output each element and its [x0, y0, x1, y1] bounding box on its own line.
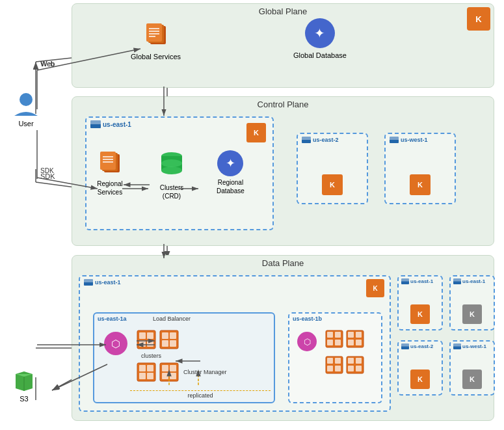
- dp-lb-region-label: us-east-1a: [98, 316, 127, 322]
- architecture-diagram: Global Plane Global Services ✦ Global Da…: [0, 0, 504, 430]
- clusters-label: Clusters(CRD): [160, 183, 184, 200]
- svg-point-36: [161, 167, 182, 174]
- cluster-boxes-1b-row1: [325, 330, 364, 348]
- svg-rect-85: [401, 278, 409, 282]
- svg-rect-63: [170, 373, 176, 379]
- regional-database-icon: ✦: [217, 150, 243, 176]
- cluster-manager-group: Cluster Manager: [137, 362, 227, 382]
- k8s-icon-dp-right-tl: K: [410, 304, 430, 324]
- sdk-label: SDK: [40, 172, 55, 180]
- cluster-mgr-icon-1: [137, 362, 156, 382]
- svg-rect-61: [170, 365, 176, 371]
- global-services-group: Global Services: [131, 22, 181, 61]
- svg-rect-55: [139, 365, 146, 371]
- dp-right-br-flag: [453, 343, 461, 349]
- svg-rect-58: [147, 373, 153, 379]
- cluster-1b-icon-2: [346, 330, 364, 348]
- regional-services-label: RegionalServices: [97, 180, 122, 196]
- svg-rect-47: [139, 340, 146, 347]
- dp-region-flag-east1: [84, 279, 93, 286]
- svg-rect-56: [147, 365, 153, 371]
- svg-point-92: [20, 93, 33, 106]
- regional-database-label: RegionalDatabase: [217, 178, 245, 195]
- cluster-box-icon-1: [137, 330, 156, 349]
- clusters-group: Clusters(CRD): [158, 150, 185, 200]
- dp-region-east1: us-east-1 K us-east-1a Load Balancer ⬡: [79, 275, 391, 412]
- s3-group: S3: [12, 368, 36, 403]
- svg-rect-83: [356, 366, 362, 371]
- k8s-icon-dp-east1: K: [366, 279, 384, 297]
- k8s-icon-dp-right-tr: K: [462, 304, 482, 324]
- svg-rect-67: [327, 340, 333, 345]
- clusters-sub-label: clusters: [141, 353, 161, 359]
- svg-rect-48: [147, 340, 153, 347]
- global-services-icon: [142, 22, 170, 49]
- dp-right-box-bl: us-east-2 K: [397, 340, 443, 396]
- svg-rect-65: [327, 332, 333, 338]
- cp-region-west1-label: us-west-1: [390, 137, 428, 143]
- dp-right-tl-label: us-east-1: [401, 278, 433, 284]
- dp-right-box-tl: us-east-1 K: [397, 275, 443, 330]
- svg-rect-52: [162, 340, 168, 347]
- data-plane: Data Plane us-east-1 K us-east-1a Load B…: [72, 255, 494, 421]
- dp-right-box-br: us-west-1 K: [449, 340, 495, 396]
- svg-rect-21: [146, 23, 162, 42]
- svg-rect-75: [327, 358, 333, 364]
- k8s-icon-global: K: [467, 7, 490, 31]
- svg-rect-50: [162, 332, 168, 339]
- svg-rect-62: [162, 373, 168, 379]
- svg-rect-60: [162, 365, 168, 371]
- cp-region-west1: us-west-1 K: [384, 133, 456, 204]
- k8s-icon-cp-west1: K: [410, 174, 431, 195]
- global-database-icon: ✦: [305, 18, 335, 48]
- region-flag-icon: [90, 120, 101, 128]
- svg-rect-77: [327, 366, 333, 371]
- global-database-group: ✦ Global Database: [293, 18, 347, 60]
- dp-right-box-tr: us-east-1 K: [449, 275, 495, 330]
- svg-rect-68: [335, 340, 341, 345]
- global-plane-label: Global Plane: [72, 4, 494, 19]
- svg-rect-80: [348, 358, 354, 364]
- svg-rect-71: [356, 332, 362, 338]
- svg-rect-51: [170, 332, 176, 339]
- dp-right-tl-flag: [401, 278, 409, 284]
- user-icon: [13, 91, 39, 117]
- svg-rect-89: [401, 343, 409, 347]
- s3-label: S3: [20, 395, 28, 403]
- dp-right-bl-flag: [401, 343, 409, 349]
- cluster-1b-icon-4: [346, 356, 364, 374]
- web-label: Web: [40, 60, 55, 68]
- load-balancer-text: Load Balancer: [153, 316, 191, 322]
- dp-1b-label: us-east-1b: [293, 316, 322, 322]
- cluster-boxes-1b-row2: [325, 356, 364, 374]
- control-plane-label: Control Plane: [72, 97, 494, 112]
- dp-region-east1-label: us-east-1: [84, 279, 121, 286]
- global-plane: Global Plane Global Services ✦ Global Da…: [72, 3, 494, 88]
- svg-rect-72: [348, 340, 354, 345]
- cluster-mgr-icon-2: [159, 362, 179, 382]
- data-plane-label: Data Plane: [72, 256, 494, 271]
- user-label: User: [18, 120, 33, 128]
- cluster-box-icon-2: [159, 330, 179, 349]
- cluster-1b-icon-1: [325, 330, 343, 348]
- regional-services-group: RegionalServices: [96, 150, 124, 196]
- svg-rect-43: [84, 279, 93, 282]
- control-plane: Control Plane us-east-1 K: [72, 96, 494, 246]
- svg-rect-45: [139, 332, 146, 339]
- cp-region-east1: us-east-1 K RegionalServices: [85, 116, 274, 230]
- cp-region-east1-label: us-east-1: [90, 120, 131, 128]
- dp-right-bl-label: us-east-2: [401, 343, 433, 349]
- svg-rect-73: [356, 340, 362, 345]
- svg-rect-66: [335, 332, 341, 338]
- svg-rect-70: [348, 332, 354, 338]
- k8s-icon-cp-east1: K: [246, 123, 266, 142]
- cp-region-east2-label: us-east-2: [302, 137, 339, 143]
- svg-rect-76: [335, 358, 341, 364]
- svg-rect-82: [348, 366, 354, 371]
- svg-rect-78: [335, 366, 341, 371]
- lb-icon-1b: ⬡: [297, 332, 317, 351]
- clusters-icon: [158, 150, 185, 181]
- region-flag-icon-east2: [302, 137, 311, 143]
- user-group: User: [13, 91, 39, 128]
- svg-rect-57: [139, 373, 146, 379]
